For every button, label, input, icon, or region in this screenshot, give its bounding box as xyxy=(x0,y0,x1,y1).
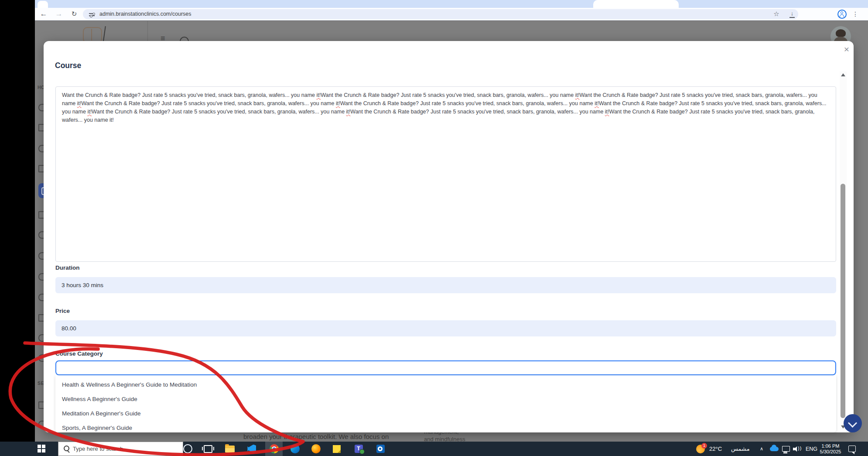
downloads-icon[interactable]: ↓ xyxy=(789,10,796,18)
weather-icon[interactable]: 1 xyxy=(696,442,705,456)
outlook-icon[interactable] xyxy=(372,442,389,456)
scroll-to-bottom-button[interactable] xyxy=(844,414,862,432)
tray-chevron-icon[interactable]: ∧ xyxy=(760,442,763,456)
page-content-dimmed: ≡ HO SE broaden your therapeutic toolkit… xyxy=(35,21,868,442)
windows-taskbar: Type here to search T 1 22°C مشمس ∧ )) E… xyxy=(0,442,868,456)
time: 1:06 PM xyxy=(822,443,840,449)
browser-window: ← → ↻ admin.brainstationclinics.com/cour… xyxy=(35,0,868,442)
course-modal: × Course Want the Crunch & Rate badge? J… xyxy=(44,41,854,432)
firefox-icon[interactable] xyxy=(307,442,325,456)
network-icon[interactable] xyxy=(782,442,790,456)
active-tab[interactable] xyxy=(593,0,679,8)
chrome-icon[interactable] xyxy=(265,442,283,456)
dropdown-option[interactable]: Health & Wellness A Beginner's Guide to … xyxy=(55,377,836,392)
bookmark-star-icon[interactable]: ☆ xyxy=(771,8,782,20)
date: 5/30/2025 xyxy=(820,449,841,455)
notification-badge: 1 xyxy=(701,443,707,449)
dropdown-option[interactable]: Wellness A Beginner's Guide xyxy=(55,392,836,406)
address-bar[interactable]: admin.brainstationclinics.com/courses xyxy=(83,9,798,19)
language-indicator[interactable]: ENG xyxy=(806,442,817,456)
browser-toolbar: ← → ↻ admin.brainstationclinics.com/cour… xyxy=(35,8,868,21)
search-icon xyxy=(64,446,69,451)
cortana-icon[interactable] xyxy=(179,442,196,456)
onedrive-icon[interactable] xyxy=(770,442,779,456)
reload-icon[interactable]: ↻ xyxy=(69,8,79,20)
dropdown-option[interactable]: Meditation A Beginner's Guide xyxy=(55,406,836,421)
task-view-icon[interactable] xyxy=(199,442,217,456)
duration-field[interactable]: 3 hours 30 mins xyxy=(55,277,836,293)
duration-label: Duration xyxy=(55,264,80,271)
browser-tabstrip xyxy=(35,0,868,8)
price-field[interactable]: 80.00 xyxy=(55,320,836,336)
clock[interactable]: 1:06 PM 5/30/2025 xyxy=(817,442,844,456)
background-paragraph-fragment: broaden your therapeutic toolkit. We als… xyxy=(243,433,389,440)
file-explorer-icon[interactable] xyxy=(221,442,239,456)
weather-temperature[interactable]: 22°C xyxy=(709,442,722,456)
browser-menu-icon[interactable]: ⋮ xyxy=(851,8,859,20)
description-textarea[interactable]: Want the Crunch & Rate badge? Just rate … xyxy=(55,86,836,262)
search-placeholder: Type here to search xyxy=(73,442,123,456)
sticky-notes-icon[interactable] xyxy=(328,442,345,456)
screen: ← → ↻ admin.brainstationclinics.com/cour… xyxy=(0,0,868,456)
taskbar-search-box[interactable]: Type here to search xyxy=(58,442,183,456)
close-icon[interactable]: × xyxy=(841,44,852,55)
url-text[interactable]: admin.brainstationclinics.com/courses xyxy=(99,9,191,19)
modal-scrollbar[interactable] xyxy=(840,72,847,430)
action-center-icon[interactable] xyxy=(848,442,856,456)
dropdown-option[interactable]: Sports, A Beginner's Guide xyxy=(55,421,836,432)
scrollbar-thumb[interactable] xyxy=(841,184,845,418)
course-category-input[interactable] xyxy=(55,360,836,375)
scroll-up-arrow-icon[interactable] xyxy=(841,73,845,76)
windows-start-icon[interactable] xyxy=(38,445,45,453)
category-dropdown: Health & Wellness A Beginner's Guide to … xyxy=(55,375,836,432)
partial-tab[interactable] xyxy=(38,1,48,8)
sidebar-section-label: SE xyxy=(38,381,44,386)
forward-icon[interactable]: → xyxy=(54,8,64,20)
site-settings-icon[interactable] xyxy=(89,11,95,17)
modal-title: Course xyxy=(55,61,81,70)
price-label: Price xyxy=(55,308,70,314)
back-icon[interactable]: ← xyxy=(38,8,49,20)
vscode-icon[interactable] xyxy=(243,442,260,456)
profile-icon[interactable] xyxy=(837,10,847,19)
course-category-label: Course Category xyxy=(55,350,103,357)
teams-icon[interactable]: T xyxy=(350,442,367,456)
volume-icon[interactable]: )) xyxy=(793,442,802,456)
edge-icon[interactable] xyxy=(286,442,304,456)
weather-condition[interactable]: مشمس xyxy=(731,442,750,456)
header-divider xyxy=(147,21,148,41)
